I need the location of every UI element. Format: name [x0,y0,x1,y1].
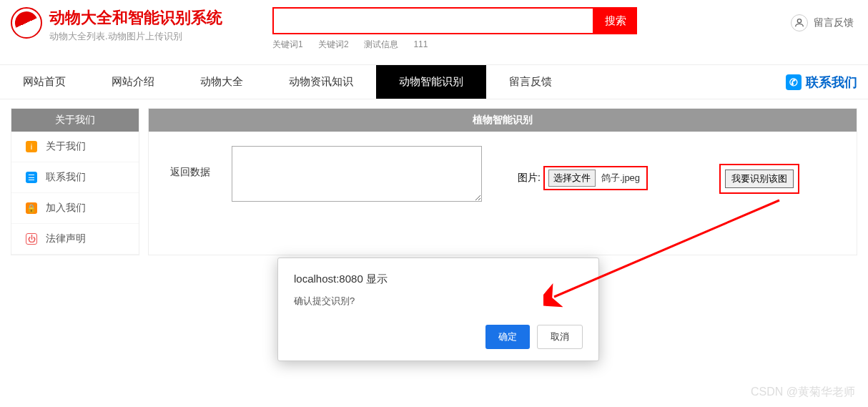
panel-title: 植物智能识别 [149,109,857,132]
watermark: CSDN @黄菊华老师 [751,385,855,400]
sidebar-item-contact[interactable]: ☰ 联系我们 [11,162,139,193]
keyword-link[interactable]: 关键词2 [318,39,349,49]
return-data-label: 返回数据 [170,146,210,179]
nav-feedback[interactable]: 留言反馈 [486,65,575,99]
nav-home[interactable]: 网站首页 [0,65,89,99]
search-button[interactable]: 搜索 [594,7,637,34]
logo [11,7,42,39]
file-name: 鸽子.jpeg [598,170,643,186]
cancel-button[interactable]: 取消 [537,325,583,349]
keyword-link[interactable]: 111 [413,39,428,49]
power-icon: ⏻ [26,233,37,245]
sidebar-item-join[interactable]: 🔒 加入我们 [11,193,139,224]
clipboard-icon: ☰ [26,172,37,183]
choose-file-button[interactable]: 选择文件 [548,170,596,187]
nav-recognition[interactable]: 动物智能识别 [376,65,486,99]
sidebar-item-about[interactable]: i 关于我们 [11,132,139,162]
lock-icon: 🔒 [26,202,37,214]
keyword-row: 关键词1 关键词2 测试信息 111 [272,39,637,51]
dialog-title: localhost:8080 显示 [294,273,583,286]
contact-link[interactable]: ✆ 联系我们 [786,74,857,91]
feedback-link[interactable]: 留言反馈 [791,7,854,31]
nav-news[interactable]: 动物资讯知识 [266,65,376,99]
keyword-link[interactable]: 测试信息 [364,39,398,49]
svg-point-0 [797,19,801,23]
ok-button[interactable]: 确定 [485,325,530,349]
confirm-dialog: localhost:8080 显示 确认提交识别? 确定 取消 [277,258,599,361]
site-title: 动物大全和智能识别系统 [49,7,222,29]
sidebar-title: 关于我们 [11,109,139,132]
recognize-button[interactable]: 我要识别该图 [725,170,794,188]
return-data-textarea[interactable] [232,146,482,202]
image-label: 图片: [518,172,541,185]
site-subtitle: 动物大全列表.动物图片上传识别 [49,30,222,43]
keyword-link[interactable]: 关键词1 [272,39,303,49]
nav-about[interactable]: 网站介绍 [89,65,177,99]
phone-icon: ✆ [786,74,802,90]
info-icon: i [26,141,37,152]
nav-animals[interactable]: 动物大全 [177,65,266,99]
dialog-message: 确认提交识别? [294,295,583,308]
search-input[interactable] [272,7,594,34]
headset-icon [791,14,808,31]
sidebar-item-legal[interactable]: ⏻ 法律声明 [11,224,139,255]
